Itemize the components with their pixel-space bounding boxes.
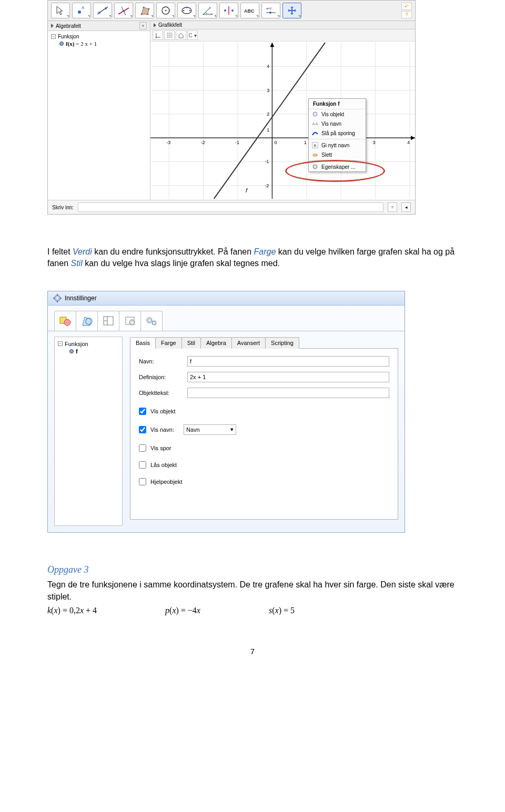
svg-text:4: 4 [267, 64, 269, 69]
lock-checkbox[interactable] [139, 461, 146, 469]
svg-point-12 [143, 7, 145, 8]
dialog-title: Innstillinger [65, 295, 97, 302]
tab-farge[interactable]: Farge [155, 337, 182, 349]
ctx-rename[interactable]: b Gi nytt navn [309, 140, 366, 150]
input-bar-field[interactable] [78, 202, 383, 212]
tool-move[interactable] [51, 3, 70, 18]
expand-icon [51, 24, 54, 28]
helper-checkbox[interactable] [139, 478, 146, 485]
tool-line[interactable] [93, 3, 112, 18]
visibility-icon [312, 111, 318, 117]
layout-icon [101, 314, 116, 328]
tab-avansert[interactable]: Avansert [231, 337, 266, 349]
tool-slider[interactable]: a=2 [261, 3, 280, 18]
polygon-icon [137, 5, 152, 16]
svg-point-81 [132, 322, 133, 323]
collapse-icon: − [58, 341, 63, 346]
tab-stil[interactable]: Stil [181, 337, 201, 349]
grid-toggle-icon[interactable] [164, 31, 175, 40]
svg-point-67 [56, 297, 58, 299]
tree-group[interactable]: − Funksjon [51, 33, 147, 40]
svg-point-10 [147, 14, 149, 15]
tool-reflect[interactable] [219, 3, 238, 18]
close-icon[interactable]: × [139, 22, 147, 29]
svg-point-29 [269, 12, 271, 14]
svg-point-62 [313, 112, 317, 116]
home-icon[interactable] [176, 31, 186, 40]
tab-basis[interactable]: Basis [130, 337, 156, 349]
graphics-view-toolbar: C ▾ [150, 29, 415, 42]
object-dot-icon [69, 349, 74, 353]
input-collapse-icon[interactable]: ◂ [401, 202, 411, 212]
graphics-panel-header[interactable]: Grafikkfelt [150, 21, 415, 29]
axes-toggle-icon[interactable] [153, 31, 163, 40]
ctx-delete[interactable]: Slett [309, 150, 366, 159]
tool-polygon[interactable] [135, 3, 154, 18]
slider-icon: a=2 [264, 5, 278, 16]
svg-rect-63 [313, 154, 317, 156]
ctx-trace[interactable]: Slå på sporing [309, 128, 366, 138]
cat-advanced-tab[interactable] [140, 311, 163, 331]
svg-text:4: 4 [407, 140, 410, 145]
tree-group[interactable]: − Funksjon [58, 340, 119, 348]
settings-dialog: Innstillinger [47, 291, 405, 533]
trace-checkbox[interactable] [139, 444, 146, 452]
tool-point[interactable]: A [72, 3, 91, 18]
tool-perpendicular[interactable] [114, 3, 133, 18]
explanatory-text: I feltet Verdi kan du endre funksjonsutt… [47, 246, 458, 270]
svg-point-15 [168, 9, 170, 11]
tree-item[interactable]: f [58, 348, 119, 355]
eq-s: s(x) = 5 [269, 606, 295, 615]
perp-line-icon [116, 5, 131, 16]
cat-objects-tab[interactable] [54, 311, 76, 331]
reflect-icon [221, 5, 236, 16]
name-field[interactable] [187, 356, 389, 367]
svg-text:2: 2 [267, 111, 269, 117]
svg-point-21 [211, 14, 213, 15]
oppgave-title: Oppgave 3 [47, 564, 458, 575]
svg-point-7 [123, 10, 125, 12]
cat-graphics-tab[interactable] [76, 311, 98, 331]
property-body: Navn: Definisjon: Objekttekst: [130, 349, 398, 520]
undo-icon[interactable]: ↶ [401, 3, 412, 10]
equation-row: k(x) = 0,2x + 4 p(x) = −4x s(x) = 5 [47, 606, 458, 615]
graph-canvas[interactable]: 432 10 -1-2 -3-2-1 12 34 f [150, 42, 415, 200]
ctx-show-object[interactable]: Vis objekt [309, 109, 366, 119]
input-help-icon[interactable]: ÷ [388, 202, 397, 212]
input-bar: Skriv inn: ÷ ◂ [48, 200, 415, 214]
tool-angle[interactable] [198, 3, 217, 18]
tab-algebra[interactable]: Algebra [200, 337, 232, 349]
graphics-icon [79, 314, 94, 328]
tool-circle[interactable] [156, 3, 175, 18]
show-name-checkbox[interactable] [139, 426, 146, 433]
cat-defaults-tab[interactable] [119, 311, 141, 331]
show-object-row: Vis objekt [139, 408, 389, 415]
help-icon[interactable]: ? [401, 11, 412, 18]
show-object-checkbox[interactable] [139, 408, 146, 415]
settings-menu-icon[interactable]: C ▾ [187, 31, 198, 40]
ctx-show-label[interactable]: A A Vis navn [309, 119, 366, 128]
svg-point-11 [148, 8, 150, 10]
svg-point-19 [186, 7, 188, 8]
definition-field[interactable] [187, 372, 389, 382]
tree-item[interactable]: f(x) = 2 x + 1 [51, 40, 147, 47]
cat-layout-tab[interactable] [97, 311, 119, 331]
tool-move-view[interactable] [282, 3, 301, 18]
algebra-panel-header[interactable]: Algebrafelt × [48, 21, 150, 31]
show-name-select[interactable]: Navn ▾ [184, 424, 236, 435]
tool-conic[interactable] [177, 3, 196, 18]
tab-scripting[interactable]: Scripting [265, 337, 299, 349]
graphics-panel: Grafikkfelt C ▾ [150, 21, 415, 200]
geogebra-toolbar: A [48, 1, 415, 21]
svg-point-85 [154, 322, 155, 323]
svg-text:-2: -2 [201, 140, 205, 145]
tool-text[interactable]: ABC [240, 3, 259, 18]
input-bar-label: Skriv inn: [52, 205, 74, 210]
cursor-icon [53, 5, 68, 16]
svg-text:1: 1 [267, 127, 269, 133]
svg-text:3: 3 [373, 140, 376, 145]
graphics-title: Grafikkfelt [158, 22, 182, 28]
objecttext-field[interactable] [187, 388, 389, 398]
chevron-down-icon: ▾ [230, 426, 234, 433]
algebra-title: Algebrafelt [56, 23, 81, 29]
